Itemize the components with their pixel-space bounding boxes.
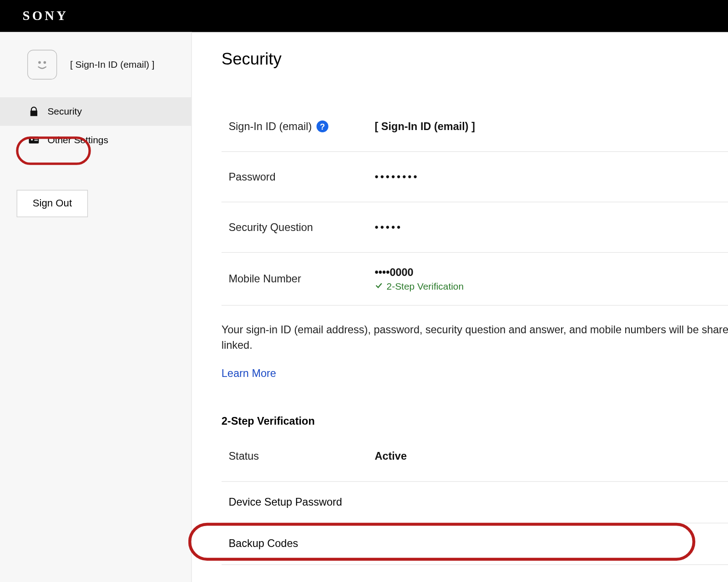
page-title: Security (222, 50, 728, 69)
row-label: Security Question (228, 221, 374, 233)
row-value: [ Sign-In ID (email) ] (374, 120, 728, 132)
row-signin-id: Sign-In ID (email) ? [ Sign-In ID (email… (222, 101, 728, 152)
nav-row-label: Device Setup Password (228, 496, 342, 508)
row-value: •••••••• (374, 171, 728, 183)
svg-rect-7 (34, 140, 38, 141)
row-label: Password (228, 171, 374, 183)
row-value: ••••• (374, 221, 728, 233)
sidebar-item-label: Security (47, 106, 81, 117)
sign-out-button[interactable]: Sign Out (17, 190, 88, 217)
nav-row-label: Backup Codes (228, 538, 298, 550)
learn-more-link[interactable]: Learn More (222, 367, 276, 380)
check-icon (374, 281, 383, 291)
two-step-verified: 2-Step Verification (374, 281, 728, 291)
row-security-question: Security Question ••••• Edit (222, 202, 728, 253)
sidebar-item-other-settings[interactable]: Other Settings (0, 126, 191, 155)
svg-point-5 (31, 139, 33, 140)
signin-id-label: [ Sign-In ID (email) ] (70, 60, 155, 70)
row-label: Sign-In ID (email) ? (228, 120, 374, 132)
svg-rect-6 (34, 139, 38, 140)
sidebar-item-label: Other Settings (47, 135, 108, 145)
id-card-icon (27, 134, 40, 147)
row-value: Active (374, 450, 728, 462)
row-value: ••••0000 (374, 266, 728, 278)
lock-icon (27, 105, 40, 118)
row-mobile: Mobile Number ••••0000 2-Step Verificati… (222, 253, 728, 306)
backup-codes-row[interactable]: Backup Codes (222, 523, 728, 565)
row-label: Mobile Number (228, 273, 374, 285)
device-setup-row[interactable]: Device Setup Password (222, 482, 728, 523)
row-label: Status (228, 450, 374, 462)
info-text: Your sign-in ID (email address), passwor… (222, 322, 728, 353)
sony-logo: SONY (23, 8, 69, 24)
avatar (27, 50, 57, 80)
profile-row: [ Sign-In ID (email) ] (0, 50, 191, 97)
sidebar: [ Sign-In ID (email) ] Security Other Se… (0, 32, 192, 582)
two-step-title: 2-Step Verification (222, 416, 728, 428)
sidebar-item-security[interactable]: Security (0, 97, 191, 126)
main-content: Security Sign-In ID (email) ? [ Sign-In … (192, 32, 728, 582)
svg-point-3 (44, 62, 46, 63)
svg-point-2 (39, 62, 40, 63)
row-2sv-status: Status Active Edit (222, 431, 728, 482)
help-icon[interactable]: ? (317, 120, 329, 132)
header-bar: SONY (0, 0, 728, 32)
row-password: Password •••••••• Edit (222, 152, 728, 202)
